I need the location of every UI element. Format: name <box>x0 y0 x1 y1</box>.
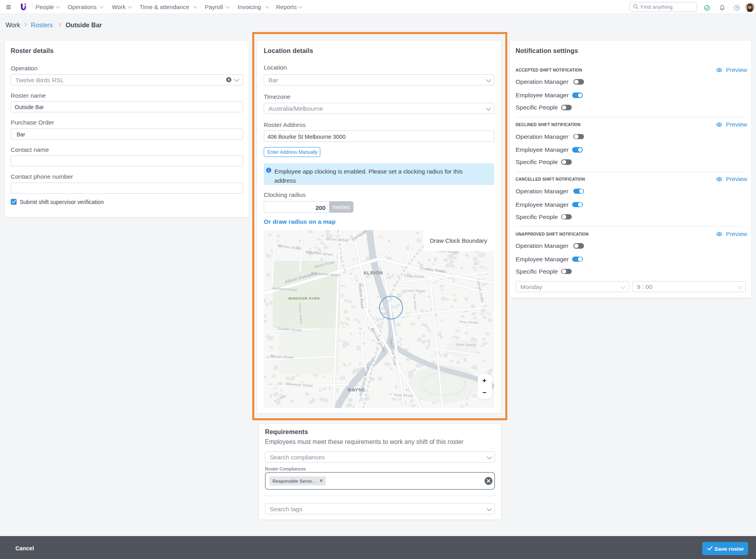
svg-text:WINDSOR PARK: WINDSOR PARK <box>288 296 320 300</box>
svg-text:?: ? <box>735 6 737 10</box>
svg-text:Joynt Street: Joynt Street <box>455 342 476 347</box>
svg-text:Park Street: Park Street <box>394 393 413 398</box>
svg-text:Pine Street: Pine Street <box>459 320 478 325</box>
svg-text:ALBION: ALBION <box>363 270 383 275</box>
